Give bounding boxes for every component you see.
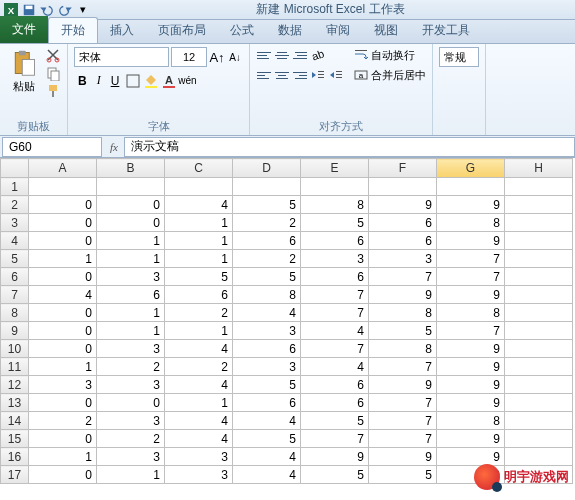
row-header[interactable]: 10 [1, 340, 29, 358]
cell[interactable] [301, 178, 369, 196]
cell[interactable]: 1 [165, 394, 233, 412]
row-header[interactable]: 1 [1, 178, 29, 196]
cell[interactable]: 1 [97, 322, 165, 340]
cell[interactable]: 0 [29, 196, 97, 214]
grid[interactable]: ABCDEFGH 1200458993001256840116669511123… [0, 158, 573, 484]
cell[interactable]: 7 [369, 412, 437, 430]
tab-file[interactable]: 文件 [0, 16, 48, 43]
cell[interactable] [505, 232, 573, 250]
align-right-icon[interactable] [292, 68, 308, 82]
cell[interactable]: 8 [437, 214, 505, 232]
cell[interactable]: 7 [369, 394, 437, 412]
cell[interactable]: 0 [29, 340, 97, 358]
cell[interactable]: 2 [233, 214, 301, 232]
cell[interactable]: 5 [369, 466, 437, 484]
cell[interactable]: 6 [301, 394, 369, 412]
name-box[interactable]: G60 [2, 137, 102, 157]
cell[interactable]: 5 [301, 412, 369, 430]
cell[interactable]: 6 [233, 232, 301, 250]
cell[interactable] [505, 394, 573, 412]
cell[interactable]: 1 [97, 466, 165, 484]
cell[interactable]: 7 [301, 430, 369, 448]
cell[interactable]: 3 [233, 358, 301, 376]
increase-indent-icon[interactable] [328, 67, 344, 83]
cell[interactable]: 9 [437, 394, 505, 412]
cell[interactable]: 5 [233, 196, 301, 214]
font-size-combo[interactable]: 12 [171, 47, 207, 67]
cell[interactable] [369, 178, 437, 196]
column-header[interactable]: D [233, 159, 301, 178]
cell[interactable]: 3 [29, 376, 97, 394]
cell[interactable]: 2 [97, 430, 165, 448]
cell[interactable] [505, 412, 573, 430]
underline-button[interactable]: U [107, 72, 124, 90]
cell[interactable]: 3 [301, 250, 369, 268]
cell[interactable]: 4 [29, 286, 97, 304]
cell[interactable]: 9 [437, 376, 505, 394]
cell[interactable]: 1 [97, 250, 165, 268]
cell[interactable]: 5 [301, 214, 369, 232]
row-header[interactable]: 9 [1, 322, 29, 340]
column-header[interactable]: B [97, 159, 165, 178]
cell[interactable]: 8 [437, 412, 505, 430]
cell[interactable] [233, 178, 301, 196]
decrease-font-icon[interactable]: A↓ [227, 49, 243, 65]
cell[interactable]: 9 [437, 430, 505, 448]
cell[interactable]: 9 [369, 376, 437, 394]
border-icon[interactable] [125, 73, 141, 89]
fx-icon[interactable]: fx [104, 141, 124, 153]
cell[interactable]: 7 [437, 250, 505, 268]
cell[interactable]: 4 [165, 196, 233, 214]
cell[interactable] [505, 304, 573, 322]
cell[interactable]: 3 [97, 376, 165, 394]
cell[interactable]: 0 [29, 430, 97, 448]
number-format-combo[interactable]: 常规 [439, 47, 479, 67]
cell[interactable]: 3 [233, 322, 301, 340]
cell[interactable]: 9 [437, 448, 505, 466]
cell[interactable]: 2 [165, 304, 233, 322]
cell[interactable]: 7 [369, 358, 437, 376]
cell[interactable]: 5 [301, 466, 369, 484]
cell[interactable]: 7 [437, 322, 505, 340]
tab-layout[interactable]: 页面布局 [146, 18, 218, 43]
row-header[interactable]: 5 [1, 250, 29, 268]
cell[interactable]: 0 [97, 394, 165, 412]
fill-color-icon[interactable] [143, 73, 159, 89]
row-header[interactable]: 2 [1, 196, 29, 214]
cut-icon[interactable] [45, 47, 61, 63]
row-header[interactable]: 12 [1, 376, 29, 394]
cell[interactable] [505, 322, 573, 340]
cell[interactable]: 8 [301, 196, 369, 214]
cell[interactable] [505, 358, 573, 376]
paste-button[interactable]: 粘贴 [6, 47, 42, 96]
cell[interactable] [505, 196, 573, 214]
cell[interactable]: 9 [437, 358, 505, 376]
column-header[interactable]: G [437, 159, 505, 178]
cell[interactable]: 5 [233, 376, 301, 394]
cell[interactable]: 7 [369, 268, 437, 286]
cell[interactable]: 0 [29, 394, 97, 412]
cell[interactable]: 7 [301, 304, 369, 322]
cell[interactable]: 5 [233, 430, 301, 448]
cell[interactable]: 3 [97, 340, 165, 358]
cell[interactable]: 1 [29, 448, 97, 466]
cell[interactable]: 2 [165, 358, 233, 376]
cell[interactable]: 8 [233, 286, 301, 304]
cell[interactable]: 3 [97, 412, 165, 430]
row-header[interactable]: 8 [1, 304, 29, 322]
align-bottom-icon[interactable] [292, 48, 308, 62]
row-header[interactable]: 13 [1, 394, 29, 412]
cell[interactable]: 3 [165, 448, 233, 466]
tab-home[interactable]: 开始 [48, 17, 98, 43]
cell[interactable]: 2 [97, 358, 165, 376]
cell[interactable]: 1 [165, 322, 233, 340]
cell[interactable]: 0 [29, 268, 97, 286]
undo-icon[interactable] [40, 3, 54, 17]
cell[interactable]: 1 [29, 250, 97, 268]
merge-center-button[interactable]: a 合并后居中 [353, 67, 426, 83]
cell[interactable]: 6 [301, 232, 369, 250]
cell[interactable]: 9 [369, 286, 437, 304]
font-name-combo[interactable]: 宋体 [74, 47, 169, 67]
cell[interactable]: 6 [233, 340, 301, 358]
cell[interactable]: 4 [165, 430, 233, 448]
